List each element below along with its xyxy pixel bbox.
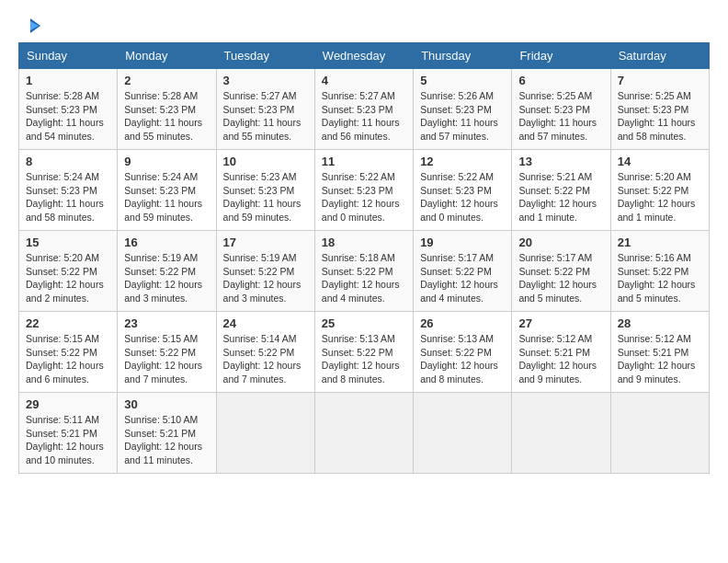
calendar-cell: 30 Sunrise: 5:10 AMSunset: 5:21 PMDaylig… xyxy=(118,393,216,474)
day-number: 30 xyxy=(124,397,209,411)
day-number: 27 xyxy=(518,316,603,330)
day-header-tuesday: Tuesday xyxy=(216,43,314,69)
calendar-cell: 7 Sunrise: 5:25 AMSunset: 5:23 PMDayligh… xyxy=(610,69,709,150)
calendar-table: SundayMondayTuesdayWednesdayThursdayFrid… xyxy=(18,42,710,474)
calendar-week-3: 15 Sunrise: 5:20 AMSunset: 5:22 PMDaylig… xyxy=(19,231,710,312)
calendar-cell: 23 Sunrise: 5:15 AMSunset: 5:22 PMDaylig… xyxy=(118,312,216,393)
calendar-cell xyxy=(216,393,314,474)
day-detail: Sunrise: 5:17 AMSunset: 5:22 PMDaylight:… xyxy=(420,252,498,304)
day-detail: Sunrise: 5:10 AMSunset: 5:21 PMDaylight:… xyxy=(124,414,202,465)
calendar-cell xyxy=(610,393,709,474)
calendar-cell: 3 Sunrise: 5:27 AMSunset: 5:23 PMDayligh… xyxy=(216,69,314,150)
day-number: 17 xyxy=(223,236,308,249)
day-header-saturday: Saturday xyxy=(610,43,709,69)
day-header-sunday: Sunday xyxy=(19,43,118,69)
day-detail: Sunrise: 5:16 AMSunset: 5:22 PMDaylight:… xyxy=(618,252,696,304)
calendar-cell: 28 Sunrise: 5:12 AMSunset: 5:21 PMDaylig… xyxy=(610,312,709,393)
calendar-cell xyxy=(414,393,512,474)
day-number: 8 xyxy=(26,155,110,168)
page-header xyxy=(18,18,710,33)
calendar-cell: 17 Sunrise: 5:19 AMSunset: 5:22 PMDaylig… xyxy=(216,231,314,312)
day-number: 24 xyxy=(223,316,308,330)
logo xyxy=(18,18,40,33)
day-detail: Sunrise: 5:25 AMSunset: 5:23 PMDaylight:… xyxy=(618,90,696,142)
calendar-cell: 4 Sunrise: 5:27 AMSunset: 5:23 PMDayligh… xyxy=(314,69,413,150)
day-number: 16 xyxy=(124,236,209,249)
day-detail: Sunrise: 5:24 AMSunset: 5:23 PMDaylight:… xyxy=(26,171,104,223)
day-header-friday: Friday xyxy=(512,43,610,69)
day-number: 28 xyxy=(618,316,702,330)
day-detail: Sunrise: 5:18 AMSunset: 5:22 PMDaylight:… xyxy=(322,252,400,304)
day-number: 23 xyxy=(124,316,209,330)
calendar-cell: 25 Sunrise: 5:13 AMSunset: 5:22 PMDaylig… xyxy=(314,312,413,393)
day-detail: Sunrise: 5:25 AMSunset: 5:23 PMDaylight:… xyxy=(518,90,597,142)
calendar-cell: 15 Sunrise: 5:20 AMSunset: 5:22 PMDaylig… xyxy=(19,231,118,312)
calendar-cell: 18 Sunrise: 5:18 AMSunset: 5:22 PMDaylig… xyxy=(314,231,413,312)
day-number: 12 xyxy=(420,155,505,168)
day-detail: Sunrise: 5:19 AMSunset: 5:22 PMDaylight:… xyxy=(223,252,301,304)
calendar-cell: 2 Sunrise: 5:28 AMSunset: 5:23 PMDayligh… xyxy=(118,69,216,150)
day-detail: Sunrise: 5:14 AMSunset: 5:22 PMDaylight:… xyxy=(223,333,301,385)
day-number: 15 xyxy=(26,236,110,249)
day-detail: Sunrise: 5:13 AMSunset: 5:22 PMDaylight:… xyxy=(420,333,498,385)
calendar-cell: 14 Sunrise: 5:20 AMSunset: 5:22 PMDaylig… xyxy=(610,150,709,231)
day-detail: Sunrise: 5:22 AMSunset: 5:23 PMDaylight:… xyxy=(420,171,498,223)
calendar-cell: 27 Sunrise: 5:12 AMSunset: 5:21 PMDaylig… xyxy=(512,312,610,393)
calendar-week-1: 1 Sunrise: 5:28 AMSunset: 5:23 PMDayligh… xyxy=(19,69,710,150)
day-detail: Sunrise: 5:15 AMSunset: 5:22 PMDaylight:… xyxy=(124,333,202,385)
calendar-cell xyxy=(314,393,413,474)
calendar-cell: 10 Sunrise: 5:23 AMSunset: 5:23 PMDaylig… xyxy=(216,150,314,231)
day-detail: Sunrise: 5:12 AMSunset: 5:21 PMDaylight:… xyxy=(518,333,597,385)
day-number: 19 xyxy=(420,236,505,249)
day-number: 3 xyxy=(223,74,308,87)
calendar-cell: 21 Sunrise: 5:16 AMSunset: 5:22 PMDaylig… xyxy=(610,231,709,312)
day-detail: Sunrise: 5:28 AMSunset: 5:23 PMDaylight:… xyxy=(124,90,202,142)
calendar-week-4: 22 Sunrise: 5:15 AMSunset: 5:22 PMDaylig… xyxy=(19,312,710,393)
calendar-cell: 1 Sunrise: 5:28 AMSunset: 5:23 PMDayligh… xyxy=(19,69,118,150)
calendar-cell: 9 Sunrise: 5:24 AMSunset: 5:23 PMDayligh… xyxy=(118,150,216,231)
day-header-wednesday: Wednesday xyxy=(314,43,413,69)
calendar-week-2: 8 Sunrise: 5:24 AMSunset: 5:23 PMDayligh… xyxy=(19,150,710,231)
day-detail: Sunrise: 5:21 AMSunset: 5:22 PMDaylight:… xyxy=(518,171,597,223)
day-number: 25 xyxy=(322,316,406,330)
day-detail: Sunrise: 5:22 AMSunset: 5:23 PMDaylight:… xyxy=(322,171,400,223)
day-detail: Sunrise: 5:20 AMSunset: 5:22 PMDaylight:… xyxy=(26,252,104,304)
day-detail: Sunrise: 5:27 AMSunset: 5:23 PMDaylight:… xyxy=(223,90,301,142)
calendar-cell: 26 Sunrise: 5:13 AMSunset: 5:22 PMDaylig… xyxy=(414,312,512,393)
day-number: 5 xyxy=(420,74,505,87)
day-number: 1 xyxy=(26,74,110,87)
day-number: 21 xyxy=(618,236,702,249)
day-detail: Sunrise: 5:27 AMSunset: 5:23 PMDaylight:… xyxy=(322,90,400,142)
calendar-cell: 5 Sunrise: 5:26 AMSunset: 5:23 PMDayligh… xyxy=(414,69,512,150)
calendar-header: SundayMondayTuesdayWednesdayThursdayFrid… xyxy=(19,43,710,69)
day-detail: Sunrise: 5:12 AMSunset: 5:21 PMDaylight:… xyxy=(618,333,696,385)
day-detail: Sunrise: 5:28 AMSunset: 5:23 PMDaylight:… xyxy=(26,90,104,142)
calendar-cell: 6 Sunrise: 5:25 AMSunset: 5:23 PMDayligh… xyxy=(512,69,610,150)
day-number: 22 xyxy=(26,316,110,330)
calendar-cell: 20 Sunrise: 5:17 AMSunset: 5:22 PMDaylig… xyxy=(512,231,610,312)
calendar-cell xyxy=(512,393,610,474)
day-number: 20 xyxy=(518,236,603,249)
day-number: 18 xyxy=(322,236,406,249)
day-number: 29 xyxy=(26,397,110,411)
day-detail: Sunrise: 5:23 AMSunset: 5:23 PMDaylight:… xyxy=(223,171,301,223)
day-number: 9 xyxy=(124,155,209,168)
day-header-thursday: Thursday xyxy=(414,43,512,69)
day-number: 10 xyxy=(223,155,308,168)
day-number: 26 xyxy=(420,316,505,330)
day-number: 7 xyxy=(618,74,702,87)
logo-flag-icon xyxy=(20,18,40,33)
calendar-cell: 13 Sunrise: 5:21 AMSunset: 5:22 PMDaylig… xyxy=(512,150,610,231)
calendar-cell: 12 Sunrise: 5:22 AMSunset: 5:23 PMDaylig… xyxy=(414,150,512,231)
day-detail: Sunrise: 5:19 AMSunset: 5:22 PMDaylight:… xyxy=(124,252,202,304)
calendar-cell: 22 Sunrise: 5:15 AMSunset: 5:22 PMDaylig… xyxy=(19,312,118,393)
calendar-cell: 11 Sunrise: 5:22 AMSunset: 5:23 PMDaylig… xyxy=(314,150,413,231)
day-detail: Sunrise: 5:11 AMSunset: 5:21 PMDaylight:… xyxy=(26,414,104,465)
calendar-cell: 19 Sunrise: 5:17 AMSunset: 5:22 PMDaylig… xyxy=(414,231,512,312)
day-number: 13 xyxy=(518,155,603,168)
calendar-cell: 8 Sunrise: 5:24 AMSunset: 5:23 PMDayligh… xyxy=(19,150,118,231)
day-number: 6 xyxy=(518,74,603,87)
day-number: 2 xyxy=(124,74,209,87)
day-detail: Sunrise: 5:13 AMSunset: 5:22 PMDaylight:… xyxy=(322,333,400,385)
day-detail: Sunrise: 5:15 AMSunset: 5:22 PMDaylight:… xyxy=(26,333,104,385)
